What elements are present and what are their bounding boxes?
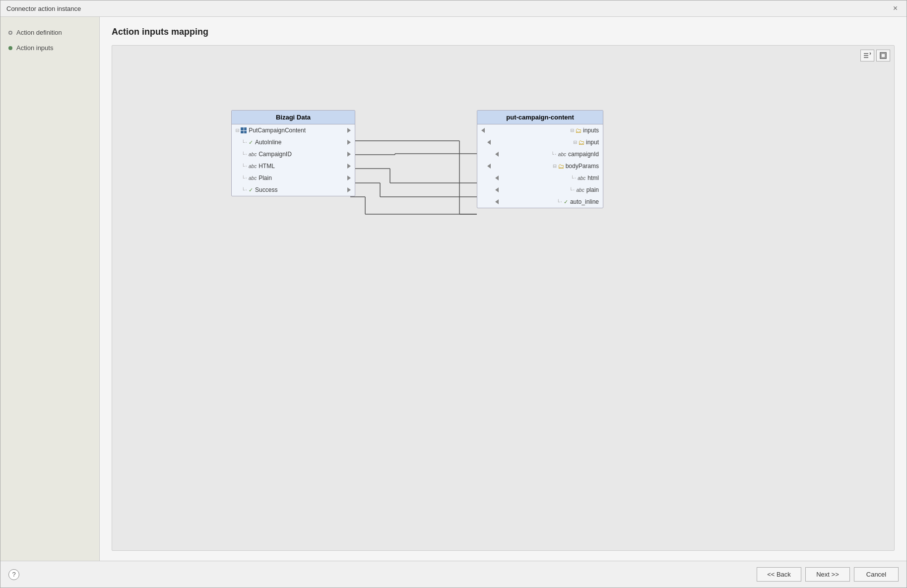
campaign-row-input: ⊟ 🗂 input xyxy=(477,136,603,148)
bizagi-row-success: └· ✓ Success xyxy=(232,184,355,196)
campaign-row-plain: └· abc plain xyxy=(477,184,603,196)
campaign-row-auto-inline: └· ✓ auto_inline xyxy=(477,196,603,208)
check-icon-success: ✓ xyxy=(249,187,253,193)
sidebar-dot-action-definition xyxy=(8,31,12,35)
connector-campaignid xyxy=(347,152,351,157)
campaign-row-html: └· abc html xyxy=(477,172,603,184)
abc-icon-plain-r: abc xyxy=(577,187,584,193)
main-content: Action inputs mapping xyxy=(100,17,678,381)
bizagi-row-putcampaigncontent: ⊟ PutCampaignContent xyxy=(232,124,355,136)
label-autoinline: AutoInline xyxy=(255,139,281,146)
abc-icon-html-r: abc xyxy=(578,176,585,181)
connector-html xyxy=(347,164,351,169)
label-html-r: html xyxy=(587,175,599,181)
sidebar-label-action-definition: Action definition xyxy=(16,29,62,36)
label-putcampaigncontent: PutCampaignContent xyxy=(249,127,306,134)
sidebar-item-action-inputs[interactable]: Action inputs xyxy=(0,40,99,56)
mapping-area: Bizagi Data ⊟ PutCampaignContent └· ✓ xyxy=(112,45,678,381)
connector-left-inputs xyxy=(481,128,485,133)
bizagi-row-plain: └· abc Plain xyxy=(232,172,355,184)
bizagi-row-campaignid: └· abc CampaignID xyxy=(232,148,355,160)
campaign-content-box: put-campaign-content ⊟ 🗂 inputs ⊟ 🗂 inpu… xyxy=(477,110,603,208)
connector-left-autoinline xyxy=(495,199,499,204)
dialog-titlebar: Connector action instance × xyxy=(0,0,678,17)
bizagi-row-autoinline: └· ✓ AutoInline xyxy=(232,136,355,148)
connector-left-bodyparams xyxy=(487,164,491,169)
sidebar-dot-action-inputs xyxy=(8,46,12,50)
campaign-row-inputs: ⊟ 🗂 inputs xyxy=(477,124,603,136)
campaign-row-campaignid: └· abc campaignId xyxy=(477,148,603,160)
bizagi-data-header: Bizagi Data xyxy=(232,111,355,124)
label-bodyparams: bodyParams xyxy=(566,163,599,170)
dialog-title: Connector action instance xyxy=(6,5,81,12)
connection-lines xyxy=(112,46,678,381)
connector-left-html xyxy=(495,176,499,180)
abc-icon-html: abc xyxy=(249,164,257,169)
label-html: HTML xyxy=(259,163,275,170)
label-inputs: inputs xyxy=(583,127,599,134)
campaign-row-bodyparams: ⊟ 🗂 bodyParams xyxy=(477,160,603,172)
check-icon-autoinline-r: ✓ xyxy=(564,199,568,205)
connector-left-input xyxy=(487,140,491,145)
label-success: Success xyxy=(255,186,277,193)
connector-success xyxy=(347,187,351,192)
folder-icon-inputs: 🗂 xyxy=(575,127,582,134)
connector-left-plain xyxy=(495,187,499,192)
sidebar: Action definition Action inputs xyxy=(0,17,100,381)
label-campaignid-r: campaignId xyxy=(568,151,599,158)
label-autoinline-r: auto_inline xyxy=(570,198,599,205)
check-icon-autoinline: ✓ xyxy=(249,139,253,146)
connector-left-campaignid xyxy=(495,152,499,157)
folder-icon-bodyparams: 🗂 xyxy=(558,163,564,170)
folder-icon-input: 🗂 xyxy=(578,139,584,146)
sidebar-label-action-inputs: Action inputs xyxy=(16,44,53,52)
campaign-content-header: put-campaign-content xyxy=(477,111,603,124)
bizagi-data-box: Bizagi Data ⊟ PutCampaignContent └· ✓ xyxy=(231,110,355,196)
connector-autoinline xyxy=(347,140,351,145)
bizagi-row-html: └· abc HTML xyxy=(232,160,355,172)
label-input: input xyxy=(586,139,599,146)
label-campaignid: CampaignID xyxy=(259,151,292,158)
abc-icon-campaignid: abc xyxy=(249,152,257,157)
table-icon xyxy=(240,127,247,134)
abc-icon-campaignid-r: abc xyxy=(558,152,566,157)
connector-putcampaigncontent xyxy=(347,128,351,133)
page-title: Action inputs mapping xyxy=(112,27,678,37)
dialog-body: Action definition Action inputs Action i… xyxy=(0,17,678,381)
connector-plain xyxy=(347,176,351,180)
abc-icon-plain: abc xyxy=(249,176,257,181)
connector-action-dialog: Connector action instance × Action defin… xyxy=(0,0,678,381)
label-plain-r: plain xyxy=(586,186,599,193)
label-plain: Plain xyxy=(259,175,272,181)
sidebar-item-action-definition[interactable]: Action definition xyxy=(0,25,99,40)
